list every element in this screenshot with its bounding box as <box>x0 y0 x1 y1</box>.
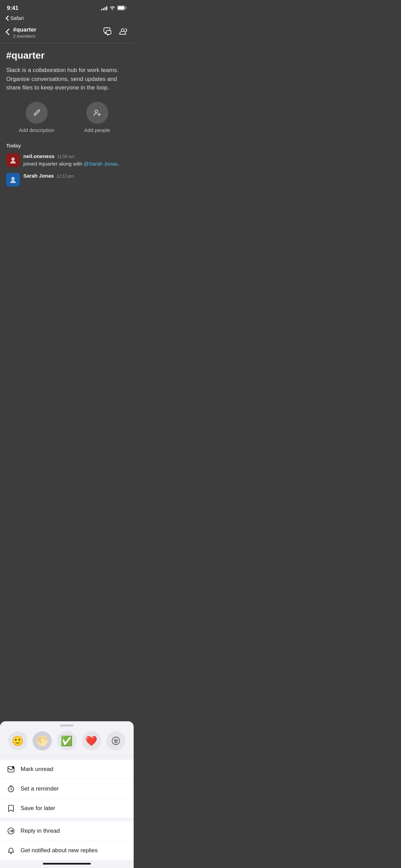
status-icons <box>101 5 127 11</box>
add-person-icon <box>93 108 102 117</box>
channel-title: #quarter <box>6 50 127 61</box>
message-author: neil.oneness <box>23 153 54 159</box>
today-label: Today <box>6 143 127 148</box>
add-description-label: Add description <box>19 127 54 133</box>
svg-rect-1 <box>118 6 124 10</box>
nav-title-group: #quarter 2 members <box>13 26 104 39</box>
battery-icon <box>117 5 127 11</box>
nav-bar: #quarter 2 members <box>0 24 134 43</box>
table-row: neil.oneness 11:58 am joined #quarter al… <box>6 153 127 168</box>
member-count: 2 members <box>13 34 104 39</box>
message-time: 12:13 pm <box>57 174 74 179</box>
svg-point-7 <box>11 177 15 180</box>
avatar <box>6 153 20 167</box>
back-button[interactable] <box>5 28 10 37</box>
table-row: Sarah Jonas 12:13 pm <box>6 173 127 186</box>
add-people-label: Add people <box>84 127 110 133</box>
svg-point-6 <box>11 157 15 161</box>
channel-name: #quarter <box>13 26 104 33</box>
avatar <box>6 173 20 186</box>
wifi-icon <box>109 5 115 11</box>
message-time: 11:58 am <box>57 154 74 159</box>
message-text: joined #quarter along with @Sarah Jonas. <box>23 160 127 168</box>
message-header: Sarah Jonas 12:13 pm <box>23 173 127 179</box>
message-author: Sarah Jonas <box>23 173 54 179</box>
thread-icon[interactable] <box>104 27 112 38</box>
add-description-icon-circle <box>26 102 48 124</box>
safari-back-button[interactable]: Safari <box>5 15 128 21</box>
pencil-icon <box>32 108 41 117</box>
add-description-button[interactable]: Add description <box>6 102 67 133</box>
message-content: Sarah Jonas 12:13 pm <box>23 173 127 180</box>
nav-actions <box>104 27 128 38</box>
svg-rect-3 <box>106 31 111 34</box>
action-buttons: Add description Add people <box>6 102 127 133</box>
svg-point-5 <box>95 110 98 113</box>
messages-list: neil.oneness 11:58 am joined #quarter al… <box>6 153 127 187</box>
channel-description: Slack is a collaboration hub for work te… <box>6 66 127 92</box>
channel-content: #quarter Slack is a collaboration hub fo… <box>0 43 134 192</box>
safari-bar: Safari <box>0 14 134 24</box>
message-content: neil.oneness 11:58 am joined #quarter al… <box>23 153 127 168</box>
svg-point-4 <box>121 29 124 32</box>
audio-icon[interactable] <box>119 27 128 38</box>
status-bar: 9:41 <box>0 0 134 14</box>
signal-icon <box>101 6 107 10</box>
add-people-button[interactable]: Add people <box>67 102 127 133</box>
message-header: neil.oneness 11:58 am <box>23 153 127 159</box>
status-time: 9:41 <box>7 5 19 12</box>
message-mention: @Sarah Jonas <box>84 161 118 167</box>
add-people-icon-circle <box>86 102 108 124</box>
